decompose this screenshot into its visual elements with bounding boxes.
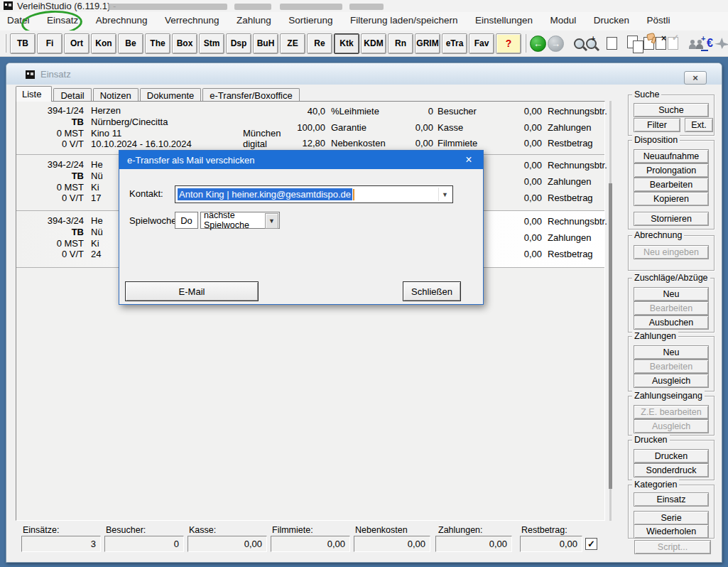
menu-item-verrechnung[interactable]: Verrechnung <box>158 12 227 26</box>
toolbar-button-rn[interactable]: Rn <box>388 33 413 54</box>
chevron-down-icon[interactable]: ▼ <box>265 213 278 229</box>
suche-button[interactable]: Suche <box>634 103 709 117</box>
toolbar-button-grim[interactable]: GRIM <box>415 33 440 54</box>
add-euro-button[interactable]: +€ <box>707 34 713 53</box>
script-button[interactable]: Script... <box>634 540 711 554</box>
back-button[interactable]: ← <box>530 34 546 53</box>
kategorie-einsatz-button[interactable]: Einsatz <box>634 492 709 507</box>
menu-item-filterung[interactable]: Filterung laden/speichern <box>343 12 465 26</box>
kontakt-label: Kontakt: <box>129 188 163 199</box>
schliessen-button[interactable]: Schließen <box>403 281 461 301</box>
zahlungen-bearbeiten-button[interactable]: Bearbeiten <box>634 360 709 374</box>
footer-label: Besucher: <box>106 525 146 535</box>
einsatz-window: Einsatz × Liste Detail Notizen Dokumente… <box>6 63 722 563</box>
toolbar-button-ktk[interactable]: Ktk <box>334 33 359 54</box>
toolbar-button-be[interactable]: Be <box>118 33 143 54</box>
spielwoche-day-field[interactable]: Do <box>175 212 198 229</box>
tab-dokumente[interactable]: Dokumente <box>140 88 201 102</box>
toolbar-button-fi[interactable]: Fi <box>37 33 63 54</box>
toolbar-button-kon[interactable]: Kon <box>91 33 116 54</box>
chevron-down-icon[interactable]: ▼ <box>438 188 451 201</box>
filter-button[interactable]: Filter <box>634 118 680 132</box>
menu-item-modul[interactable]: Modul <box>543 12 584 26</box>
zoom-out-button[interactable] <box>574 34 585 53</box>
group-kategorien: Kategorien Einsatz Serie Wiederholen <box>628 485 715 539</box>
menu-item-einsatz[interactable]: Einsatz <box>40 12 85 26</box>
prolongation-button[interactable]: Prolongation <box>634 163 709 178</box>
copy-pages-icon <box>627 36 638 48</box>
zuschlaege-neu-button[interactable]: Neu <box>634 287 709 301</box>
menu-bar: Datei Einsatz Abrechnung Verrechnung Zah… <box>0 12 728 31</box>
list-scrollbar-thumb[interactable] <box>609 183 612 489</box>
ze-ausgleich-button[interactable]: Ausgleich <box>634 419 709 433</box>
pick-page-button[interactable] <box>643 34 654 53</box>
delete-page-icon: × <box>656 37 666 50</box>
new-page-button[interactable] <box>607 34 617 53</box>
list-row[interactable]: 394-1/24 TB 0 MST 0 V/T Herzen Nürnberg/… <box>16 102 604 155</box>
toolbar-button-etra[interactable]: eTra <box>442 33 467 54</box>
ext-button[interactable]: Ext. <box>685 118 713 132</box>
stornieren-button[interactable]: Stornieren <box>634 212 709 226</box>
toolbar-grip <box>5 34 6 53</box>
bearbeiten-button[interactable]: Bearbeiten <box>634 178 709 192</box>
toolbar-button-kdm[interactable]: KDM <box>361 33 386 54</box>
ausbuchen-button[interactable]: Ausbuchen <box>634 315 709 330</box>
zahlungen-ausgleich-button[interactable]: Ausgleich <box>634 374 709 388</box>
menu-item-datei[interactable]: Datei <box>0 12 37 26</box>
toolbar-button-ze[interactable]: ZE <box>280 33 305 54</box>
tab-etransfer-boxoffice[interactable]: e-Transfer/Boxoffice <box>202 88 299 102</box>
zahlungen-neu-button[interactable]: Neu <box>634 345 709 360</box>
toolbar-button-help[interactable]: ? <box>496 33 521 54</box>
dialog-titlebar: e-Transfer als Mail verschicken × <box>119 151 483 169</box>
copy-pages-button[interactable] <box>627 34 642 53</box>
spielwoche-label: Spielwoche: <box>129 215 179 226</box>
neuaufnahme-button[interactable]: Neuaufnahme <box>634 149 709 163</box>
toolbar: TB Fi Ort Kon Be The Box Stm Dsp BuH ZE … <box>0 31 728 57</box>
kasse-value: 0,00 <box>188 536 267 552</box>
toolbar-button-box[interactable]: Box <box>172 33 197 54</box>
einsatz-window-close-button[interactable]: × <box>684 71 707 85</box>
delete-page-button[interactable]: × <box>656 34 666 53</box>
redacted-text <box>108 4 227 10</box>
restbetrag-checkbox[interactable]: ✓ <box>585 538 597 550</box>
zuschlaege-bearbeiten-button[interactable]: Bearbeiten <box>634 301 709 315</box>
close-icon: × <box>692 73 698 82</box>
menu-item-einstellungen[interactable]: Einstellungen <box>468 12 540 26</box>
toolbar-button-buh[interactable]: BuH <box>253 33 278 54</box>
dialog-close-button[interactable]: × <box>461 153 477 167</box>
group-suche: Suche Suche Filter Ext. <box>628 94 715 136</box>
menu-item-poestli[interactable]: Pöstli <box>640 12 678 26</box>
approve-page-button[interactable]: ✓ <box>668 34 678 53</box>
tab-detail[interactable]: Detail <box>53 88 91 102</box>
toolbar-button-re[interactable]: Re <box>307 33 332 54</box>
kontakt-combobox[interactable]: Anton King | heiner.king@gesamtdispo.de … <box>175 185 453 203</box>
check-icon: ✓ <box>587 539 595 549</box>
menu-item-drucken[interactable]: Drucken <box>587 12 636 26</box>
toolbar-button-ort[interactable]: Ort <box>64 33 89 54</box>
wiederholen-button[interactable]: Wiederholen <box>634 524 709 539</box>
drucken-button[interactable]: Drucken <box>634 449 709 463</box>
menu-item-sortierung[interactable]: Sortierung <box>281 12 339 26</box>
toolbar-button-stm[interactable]: Stm <box>199 33 224 54</box>
einsaetze-value: 3 <box>21 536 101 552</box>
tab-notizen[interactable]: Notizen <box>93 88 138 102</box>
approve-page-icon: ✓ <box>668 37 678 50</box>
kategorie-serie-button[interactable]: Serie <box>634 511 709 525</box>
toolbar-button-tb[interactable]: TB <box>10 33 36 54</box>
toolbar-button-fav[interactable]: Fav <box>469 33 494 54</box>
toolbar-button-the[interactable]: The <box>145 33 170 54</box>
ze-bearbeiten-button[interactable]: Z.E. bearbeiten <box>634 405 709 419</box>
email-button[interactable]: E-Mail <box>125 281 259 301</box>
menu-item-abrechnung[interactable]: Abrechnung <box>89 12 155 26</box>
spielwoche-dropdown[interactable]: nächste Spielwoche ▼ <box>200 212 280 229</box>
send-bird-button[interactable] <box>715 34 728 53</box>
menu-item-zahlung[interactable]: Zahlung <box>229 12 278 26</box>
toolbar-button-dsp[interactable]: Dsp <box>226 33 251 54</box>
neu-eingeben-button[interactable]: Neu eingeben <box>634 245 709 259</box>
sonderdruck-button[interactable]: Sonderdruck <box>634 463 709 477</box>
zoom-in-button[interactable]: + <box>586 34 597 53</box>
forward-button[interactable]: → <box>548 34 564 53</box>
dialog-title: e-Transfer als Mail verschicken <box>127 155 254 166</box>
tab-liste[interactable]: Liste <box>16 86 52 102</box>
kopieren-button[interactable]: Kopieren <box>634 192 709 206</box>
